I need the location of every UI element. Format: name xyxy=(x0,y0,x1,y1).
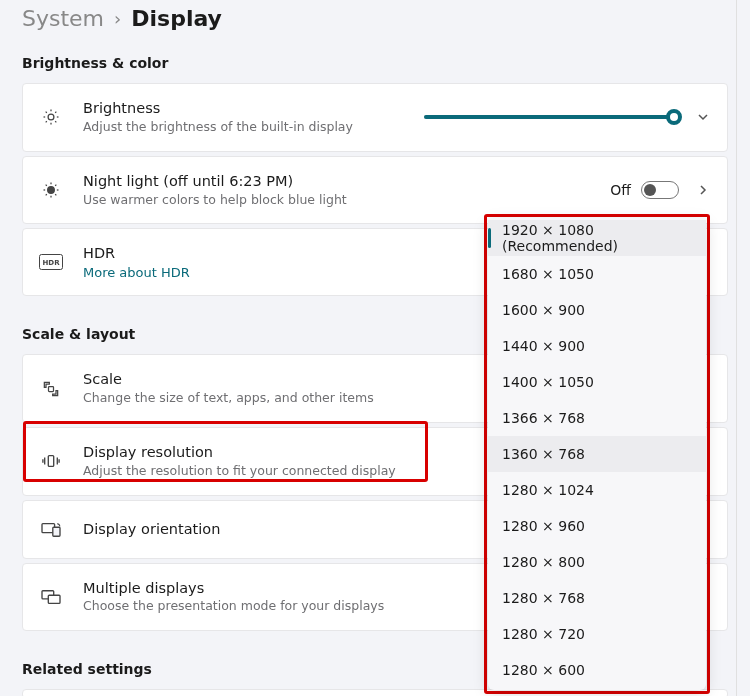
chevron-down-icon[interactable] xyxy=(697,111,709,123)
night-light-status: Off xyxy=(610,182,631,198)
brightness-subtitle: Adjust the brightness of the built-in di… xyxy=(83,119,406,136)
night-light-toggle[interactable] xyxy=(641,181,679,199)
sun-icon xyxy=(37,107,65,127)
svg-line-5 xyxy=(46,112,47,113)
scale-icon xyxy=(37,379,65,399)
svg-line-16 xyxy=(46,194,47,195)
svg-line-8 xyxy=(55,112,56,113)
svg-point-0 xyxy=(48,114,54,120)
breadcrumb: System › Display xyxy=(22,0,728,47)
resolution-option[interactable]: 1280 × 1024 xyxy=(488,472,706,508)
svg-line-7 xyxy=(46,122,47,123)
resolution-option[interactable]: 1280 × 768 xyxy=(488,580,706,616)
svg-line-15 xyxy=(55,194,56,195)
resolution-option[interactable]: 1600 × 900 xyxy=(488,292,706,328)
resolution-dropdown[interactable]: 1920 × 1080 (Recommended)1680 × 10501600… xyxy=(488,218,706,690)
resolution-option[interactable]: 1920 × 1080 (Recommended) xyxy=(488,220,706,256)
resolution-icon xyxy=(37,452,65,470)
svg-text:HDR: HDR xyxy=(42,259,60,267)
resolution-option[interactable]: 1366 × 768 xyxy=(488,400,706,436)
brightness-title: Brightness xyxy=(83,99,406,118)
svg-line-17 xyxy=(55,185,56,186)
scrollbar[interactable] xyxy=(736,0,750,696)
resolution-option[interactable]: 1360 × 768 xyxy=(488,436,706,472)
brightness-slider[interactable] xyxy=(424,107,679,127)
chevron-right-icon: › xyxy=(114,8,121,29)
resolution-option[interactable]: 1280 × 800 xyxy=(488,544,706,580)
resolution-option[interactable]: 1280 × 720 xyxy=(488,616,706,652)
svg-rect-23 xyxy=(53,527,60,536)
night-light-icon xyxy=(37,180,65,200)
svg-point-9 xyxy=(48,187,55,194)
section-brightness-color: Brightness & color xyxy=(22,47,728,83)
night-light-title: Night light (off until 6:23 PM) xyxy=(83,172,592,191)
svg-line-6 xyxy=(55,122,56,123)
page-title: Display xyxy=(131,6,222,31)
svg-rect-21 xyxy=(48,456,53,467)
orientation-icon xyxy=(37,520,65,538)
resolution-option[interactable]: 1280 × 960 xyxy=(488,508,706,544)
svg-rect-20 xyxy=(49,386,54,391)
brightness-row[interactable]: Brightness Adjust the brightness of the … xyxy=(22,83,728,152)
resolution-option[interactable]: 1400 × 1050 xyxy=(488,364,706,400)
resolution-option[interactable]: 1280 × 600 xyxy=(488,652,706,688)
resolution-option[interactable]: 1440 × 900 xyxy=(488,328,706,364)
night-light-row[interactable]: Night light (off until 6:23 PM) Use warm… xyxy=(22,156,728,225)
svg-line-14 xyxy=(46,185,47,186)
breadcrumb-parent[interactable]: System xyxy=(22,6,104,31)
resolution-option[interactable]: 1680 × 1050 xyxy=(488,256,706,292)
multiple-displays-icon xyxy=(37,588,65,606)
hdr-icon: HDR xyxy=(37,254,65,270)
chevron-right-icon[interactable] xyxy=(697,184,709,196)
night-light-subtitle: Use warmer colors to help block blue lig… xyxy=(83,192,592,209)
related-row-partial[interactable] xyxy=(22,689,728,696)
svg-rect-25 xyxy=(48,595,60,603)
